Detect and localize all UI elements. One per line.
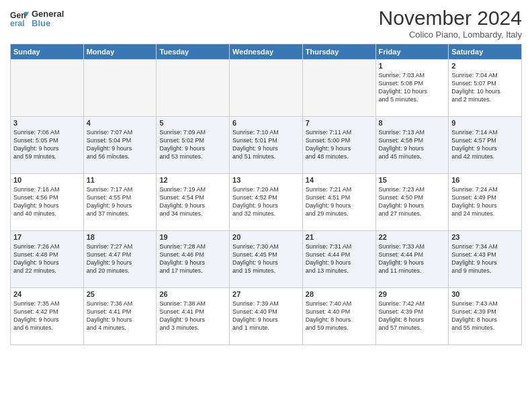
day-info: Sunrise: 7:43 AM Sunset: 4:39 PM Dayligh… (451, 300, 519, 332)
calendar-table: SundayMondayTuesdayWednesdayThursdayFrid… (10, 44, 522, 345)
calendar-cell: 8Sunrise: 7:13 AM Sunset: 4:58 PM Daylig… (375, 117, 449, 174)
calendar-cell: 18Sunrise: 7:27 AM Sunset: 4:47 PM Dayli… (83, 231, 157, 288)
subtitle: Colico Piano, Lombardy, Italy (379, 30, 522, 40)
calendar-cell (302, 60, 375, 117)
header-saturday: Saturday (449, 44, 522, 60)
calendar-cell: 19Sunrise: 7:28 AM Sunset: 4:46 PM Dayli… (157, 231, 230, 288)
day-number: 8 (379, 119, 446, 127)
week-row-2: 10Sunrise: 7:16 AM Sunset: 4:56 PM Dayli… (11, 174, 522, 231)
calendar-cell: 4Sunrise: 7:07 AM Sunset: 5:04 PM Daylig… (83, 117, 157, 174)
week-row-1: 3Sunrise: 7:06 AM Sunset: 5:05 PM Daylig… (11, 117, 522, 174)
day-number: 17 (13, 233, 81, 241)
day-info: Sunrise: 7:09 AM Sunset: 5:02 PM Dayligh… (159, 128, 226, 161)
calendar-cell: 29Sunrise: 7:42 AM Sunset: 4:39 PM Dayli… (375, 288, 449, 345)
header-sunday: Sunday (11, 44, 84, 60)
calendar-cell: 12Sunrise: 7:19 AM Sunset: 4:54 PM Dayli… (157, 174, 230, 231)
day-info: Sunrise: 7:03 AM Sunset: 5:08 PM Dayligh… (379, 71, 446, 104)
svg-text:eral: eral (10, 19, 25, 28)
day-number: 15 (379, 176, 446, 184)
day-number: 6 (232, 119, 300, 127)
day-number: 19 (159, 233, 226, 241)
day-info: Sunrise: 7:27 AM Sunset: 4:47 PM Dayligh… (87, 242, 154, 275)
calendar-cell: 3Sunrise: 7:06 AM Sunset: 5:05 PM Daylig… (11, 117, 84, 174)
header-wednesday: Wednesday (230, 44, 303, 60)
calendar-cell: 25Sunrise: 7:36 AM Sunset: 4:41 PM Dayli… (83, 288, 157, 345)
day-info: Sunrise: 7:33 AM Sunset: 4:44 PM Dayligh… (379, 242, 446, 275)
calendar-cell: 2Sunrise: 7:04 AM Sunset: 5:07 PM Daylig… (449, 60, 522, 117)
calendar-cell: 21Sunrise: 7:31 AM Sunset: 4:44 PM Dayli… (302, 231, 375, 288)
day-info: Sunrise: 7:06 AM Sunset: 5:05 PM Dayligh… (13, 128, 81, 161)
day-number: 26 (159, 290, 226, 298)
calendar-cell: 14Sunrise: 7:21 AM Sunset: 4:51 PM Dayli… (302, 174, 375, 231)
calendar-cell: 15Sunrise: 7:23 AM Sunset: 4:50 PM Dayli… (375, 174, 449, 231)
calendar-cell: 11Sunrise: 7:17 AM Sunset: 4:55 PM Dayli… (83, 174, 157, 231)
day-number: 20 (232, 233, 300, 241)
day-info: Sunrise: 7:40 AM Sunset: 4:40 PM Dayligh… (306, 300, 373, 332)
calendar-cell: 20Sunrise: 7:30 AM Sunset: 4:45 PM Dayli… (230, 231, 303, 288)
calendar-cell (83, 60, 157, 117)
day-info: Sunrise: 7:04 AM Sunset: 5:07 PM Dayligh… (451, 71, 519, 104)
calendar-cell: 23Sunrise: 7:34 AM Sunset: 4:43 PM Dayli… (449, 231, 522, 288)
day-info: Sunrise: 7:20 AM Sunset: 4:52 PM Dayligh… (232, 185, 300, 218)
day-number: 7 (306, 119, 373, 127)
day-number: 2 (451, 62, 519, 70)
day-number: 1 (379, 62, 446, 70)
calendar-cell: 24Sunrise: 7:35 AM Sunset: 4:42 PM Dayli… (11, 288, 84, 345)
day-info: Sunrise: 7:23 AM Sunset: 4:50 PM Dayligh… (379, 185, 446, 218)
day-number: 30 (451, 290, 519, 298)
calendar-cell: 10Sunrise: 7:16 AM Sunset: 4:56 PM Dayli… (11, 174, 84, 231)
day-info: Sunrise: 7:39 AM Sunset: 4:40 PM Dayligh… (232, 300, 300, 332)
day-info: Sunrise: 7:36 AM Sunset: 4:41 PM Dayligh… (87, 300, 154, 332)
header-row-days: SundayMondayTuesdayWednesdayThursdayFrid… (11, 44, 522, 60)
day-info: Sunrise: 7:28 AM Sunset: 4:46 PM Dayligh… (159, 242, 226, 275)
day-info: Sunrise: 7:42 AM Sunset: 4:39 PM Dayligh… (379, 300, 446, 332)
day-number: 22 (379, 233, 446, 241)
title-block: November 2024 Colico Piano, Lombardy, It… (379, 7, 522, 40)
day-info: Sunrise: 7:21 AM Sunset: 4:51 PM Dayligh… (306, 185, 373, 218)
day-info: Sunrise: 7:10 AM Sunset: 5:01 PM Dayligh… (232, 128, 300, 161)
calendar-cell (230, 60, 303, 117)
day-number: 29 (379, 290, 446, 298)
calendar-cell: 28Sunrise: 7:40 AM Sunset: 4:40 PM Dayli… (302, 288, 375, 345)
header-row: Gen eral General Blue November 2024 Coli… (10, 7, 522, 40)
calendar-cell: 27Sunrise: 7:39 AM Sunset: 4:40 PM Dayli… (230, 288, 303, 345)
day-info: Sunrise: 7:19 AM Sunset: 4:54 PM Dayligh… (159, 185, 226, 218)
day-info: Sunrise: 7:35 AM Sunset: 4:42 PM Dayligh… (13, 300, 81, 332)
day-info: Sunrise: 7:26 AM Sunset: 4:48 PM Dayligh… (13, 242, 81, 275)
day-number: 21 (306, 233, 373, 241)
day-info: Sunrise: 7:13 AM Sunset: 4:58 PM Dayligh… (379, 128, 446, 161)
day-number: 12 (159, 176, 226, 184)
day-info: Sunrise: 7:11 AM Sunset: 5:00 PM Dayligh… (306, 128, 373, 161)
day-number: 23 (451, 233, 519, 241)
day-info: Sunrise: 7:14 AM Sunset: 4:57 PM Dayligh… (451, 128, 519, 161)
calendar-cell: 26Sunrise: 7:38 AM Sunset: 4:41 PM Dayli… (157, 288, 230, 345)
calendar-cell (11, 60, 84, 117)
day-number: 3 (13, 119, 81, 127)
calendar-cell: 16Sunrise: 7:24 AM Sunset: 4:49 PM Dayli… (449, 174, 522, 231)
day-info: Sunrise: 7:30 AM Sunset: 4:45 PM Dayligh… (232, 242, 300, 275)
day-info: Sunrise: 7:07 AM Sunset: 5:04 PM Dayligh… (87, 128, 154, 161)
calendar-cell: 22Sunrise: 7:33 AM Sunset: 4:44 PM Dayli… (375, 231, 449, 288)
header-thursday: Thursday (302, 44, 375, 60)
day-info: Sunrise: 7:16 AM Sunset: 4:56 PM Dayligh… (13, 185, 81, 218)
week-row-4: 24Sunrise: 7:35 AM Sunset: 4:42 PM Dayli… (11, 288, 522, 345)
day-number: 5 (159, 119, 226, 127)
calendar-cell: 6Sunrise: 7:10 AM Sunset: 5:01 PM Daylig… (230, 117, 303, 174)
day-number: 24 (13, 290, 81, 298)
day-info: Sunrise: 7:38 AM Sunset: 4:41 PM Dayligh… (159, 300, 226, 332)
day-number: 18 (87, 233, 154, 241)
calendar-cell (157, 60, 230, 117)
calendar-cell: 9Sunrise: 7:14 AM Sunset: 4:57 PM Daylig… (449, 117, 522, 174)
calendar-cell: 7Sunrise: 7:11 AM Sunset: 5:00 PM Daylig… (302, 117, 375, 174)
day-number: 25 (87, 290, 154, 298)
header-tuesday: Tuesday (157, 44, 230, 60)
logo: Gen eral General Blue (10, 9, 64, 29)
day-info: Sunrise: 7:34 AM Sunset: 4:43 PM Dayligh… (451, 242, 519, 275)
day-info: Sunrise: 7:17 AM Sunset: 4:55 PM Dayligh… (87, 185, 154, 218)
calendar-cell: 13Sunrise: 7:20 AM Sunset: 4:52 PM Dayli… (230, 174, 303, 231)
calendar-cell: 5Sunrise: 7:09 AM Sunset: 5:02 PM Daylig… (157, 117, 230, 174)
day-info: Sunrise: 7:24 AM Sunset: 4:49 PM Dayligh… (451, 185, 519, 218)
page-container: Gen eral General Blue November 2024 Coli… (0, 0, 532, 352)
day-number: 16 (451, 176, 519, 184)
day-number: 10 (13, 176, 81, 184)
